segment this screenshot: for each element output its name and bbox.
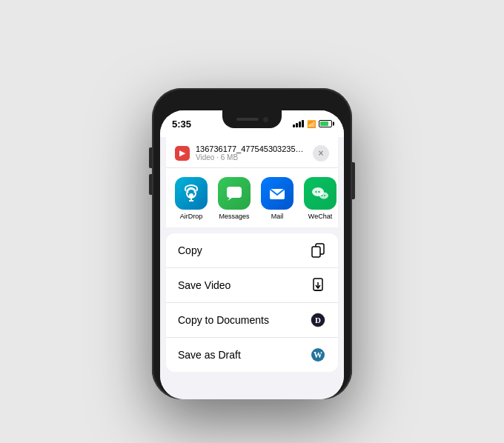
copy-icon xyxy=(310,242,326,259)
svg-point-12 xyxy=(324,195,325,196)
svg-point-11 xyxy=(322,195,323,196)
mail-icon xyxy=(261,177,294,210)
airdrop-label: AirDrop xyxy=(180,213,203,220)
airdrop-icon xyxy=(175,177,208,210)
share-header: ▶ 136736177_477545303235691_2122... Vide… xyxy=(166,137,338,168)
camera xyxy=(263,117,268,122)
status-bar: 5:35 📶 xyxy=(160,110,344,137)
share-sheet: ▶ 136736177_477545303235691_2122... Vide… xyxy=(160,137,344,399)
share-header-info: 136736177_477545303235691_2122... Video … xyxy=(196,144,307,161)
svg-rect-18 xyxy=(312,247,320,257)
copy-label: Copy xyxy=(178,244,202,256)
svg-rect-4 xyxy=(227,187,242,198)
battery-icon xyxy=(319,120,332,127)
mail-app[interactable]: Mail xyxy=(258,177,296,220)
save-video-label: Save Video xyxy=(178,279,231,291)
svg-marker-5 xyxy=(228,198,232,201)
power-button[interactable] xyxy=(352,162,355,199)
messages-app[interactable]: Messages xyxy=(215,177,253,220)
airdrop-app[interactable]: AirDrop xyxy=(172,177,210,220)
wechat-label: WeChat xyxy=(308,213,332,220)
status-icons: 📶 xyxy=(293,120,332,128)
copy-action[interactable]: Copy xyxy=(166,233,338,268)
wechat-app[interactable]: WeChat xyxy=(301,177,338,220)
notch xyxy=(222,110,282,128)
notch-speaker xyxy=(236,118,259,121)
copy-to-documents-icon: D xyxy=(310,312,326,328)
signal-icon xyxy=(293,120,304,127)
save-as-draft-icon: W xyxy=(310,347,326,363)
copy-to-documents-label: Copy to Documents xyxy=(178,314,269,326)
volume-up-button[interactable] xyxy=(149,147,152,168)
save-as-draft-action[interactable]: Save as Draft W xyxy=(166,338,338,372)
status-time: 5:35 xyxy=(172,119,191,130)
save-video-icon xyxy=(310,277,326,293)
share-file-name: 136736177_477545303235691_2122... xyxy=(196,144,307,153)
wifi-icon: 📶 xyxy=(307,120,316,128)
save-as-draft-label: Save as Draft xyxy=(178,349,241,361)
phone-screen: 5:35 📶 ▶ 13 xyxy=(160,110,344,399)
volume-down-button[interactable] xyxy=(149,174,152,195)
save-video-action[interactable]: Save Video xyxy=(166,268,338,303)
share-file-meta: Video · 6 MB xyxy=(196,153,307,161)
share-file-icon: ▶ xyxy=(175,146,190,161)
wechat-icon xyxy=(304,177,336,210)
phone-outer: 5:35 📶 ▶ 13 xyxy=(152,88,352,399)
messages-icon xyxy=(218,177,251,210)
svg-text:D: D xyxy=(315,316,321,324)
share-close-button[interactable]: × xyxy=(313,145,329,161)
screen-content: ▶ 136736177_477545303235691_2122... Vide… xyxy=(160,137,344,399)
svg-point-1 xyxy=(189,193,193,198)
mail-label: Mail xyxy=(271,213,284,220)
action-list: Copy Save Video xyxy=(166,233,338,372)
svg-point-9 xyxy=(318,191,319,193)
copy-to-documents-action[interactable]: Copy to Documents D xyxy=(166,303,338,338)
svg-point-8 xyxy=(315,191,316,193)
battery-fill xyxy=(320,121,328,126)
messages-label: Messages xyxy=(219,213,249,220)
svg-text:W: W xyxy=(314,350,322,360)
apps-row: AirDrop Messages xyxy=(166,168,338,227)
